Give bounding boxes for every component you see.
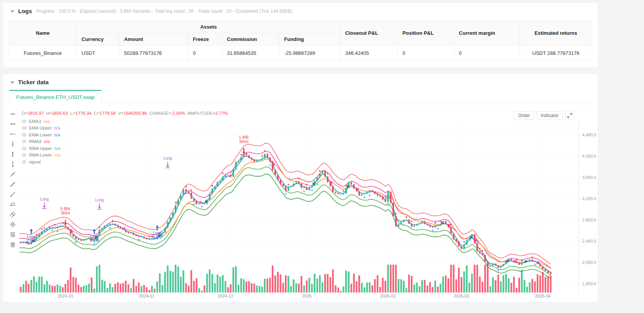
col-freeze: Freeze: [188, 33, 222, 46]
svg-text:Long: Long: [95, 198, 104, 202]
tool-trend-ray-icon[interactable]: [9, 191, 16, 197]
svg-text:2,800.00: 2,800.00: [582, 218, 596, 222]
tool-fib-lines-icon[interactable]: [9, 231, 16, 238]
fullscreen-icon[interactable]: [565, 111, 574, 120]
svg-text:Long: Long: [164, 156, 172, 160]
tool-delete-icon[interactable]: [9, 242, 16, 248]
svg-text:2,400.00: 2,400.00: [582, 239, 596, 243]
tool-vertical-line-icon[interactable]: [9, 141, 16, 147]
col-position-pnl: Position P&L: [398, 21, 454, 46]
price-chart[interactable]: LongLongLong5.954Short1.496ShortLong2.60…: [19, 105, 596, 299]
svg-text:123: 123: [11, 202, 15, 205]
cell-amount: 50288.77873176: [119, 46, 188, 61]
svg-text:2024-11: 2024-11: [139, 294, 155, 298]
svg-text:4,000.00: 4,000.00: [582, 154, 596, 158]
chart-area[interactable]: LongLongLong5.954Short1.496ShortLong2.60…: [19, 105, 596, 299]
signal-markers-layer: [26, 149, 540, 272]
page: Logs Progress : 100.0 % - Elapsed (secon…: [0, 3, 644, 302]
order-button[interactable]: Order: [514, 111, 534, 120]
eye-icon[interactable]: [22, 153, 27, 157]
logs-panel: Logs Progress : 100.0 % - Elapsed (secon…: [3, 3, 598, 67]
cell-funding: -25.98667289: [279, 46, 341, 61]
eye-icon[interactable]: [22, 119, 27, 123]
logs-summary: Progress : 100.0 % - Elapsed (second) : …: [36, 9, 292, 14]
chart-section: 123 LongLongLong5.954Short1.496ShortLong…: [3, 104, 598, 299]
svg-text:2025-04: 2025-04: [535, 294, 550, 298]
col-name: Name: [9, 21, 77, 46]
tool-trend-segment-icon[interactable]: [9, 181, 16, 187]
drawing-toolbar: 123: [6, 105, 19, 299]
logs-header: Logs Progress : 100.0 % - Elapsed (secon…: [9, 8, 592, 14]
svg-text:3,200.00: 3,200.00: [582, 196, 596, 201]
eye-icon[interactable]: [22, 126, 27, 130]
cell-closeout-pnl: 346.42405: [341, 46, 398, 61]
col-current-margin: Current margin: [454, 21, 520, 46]
collapse-logs-icon[interactable]: [10, 9, 15, 14]
ticker-panel: Ticker data Futures_Binance.ETH_USDT.swa…: [3, 74, 598, 302]
col-currency: Currency: [77, 33, 119, 46]
tool-vertical-segment-icon[interactable]: [9, 151, 16, 157]
tab-futures-binance-eth-usdt-swap[interactable]: Futures_Binance.ETH_USDT.swap: [9, 90, 102, 104]
indicator-lines-layer: [19, 143, 551, 279]
eye-icon[interactable]: [22, 160, 27, 164]
axes-layer: 4,400.004,000.003,600.003,200.002,800.00…: [58, 121, 596, 298]
cell-freeze: 0: [188, 46, 222, 61]
ticker-header: Ticker data: [3, 79, 598, 85]
svg-text:2025: 2025: [302, 294, 311, 298]
svg-text:2,000.00: 2,000.00: [582, 260, 596, 265]
tool-price-note-icon[interactable]: 123: [9, 201, 16, 208]
chart-buttons: Order Indicator: [514, 111, 574, 120]
svg-text:3.252: 3.252: [152, 235, 162, 239]
svg-text:Short: Short: [61, 211, 70, 215]
logs-title: Logs: [18, 8, 32, 14]
svg-text:Long: Long: [40, 197, 49, 201]
cell-currency: USDT: [77, 46, 119, 61]
table-row: Futures_Binance USDT 50288.77873176 0 31…: [9, 46, 592, 61]
volume-layer: [19, 265, 552, 293]
indicator-button[interactable]: Indicator: [537, 111, 563, 120]
cell-estimated-returns: USDT 288.77873176: [520, 46, 592, 61]
cell-current-margin: 0: [454, 46, 520, 61]
ticker-tabs: Futures_Binance.ETH_USDT.swap: [9, 90, 591, 104]
tool-parallel-lines-icon[interactable]: [9, 211, 16, 218]
svg-text:2025-02: 2025-02: [380, 294, 396, 298]
tool-trend-line-icon[interactable]: [9, 171, 16, 177]
svg-text:1.496: 1.496: [239, 135, 249, 139]
eye-icon[interactable]: [22, 133, 27, 137]
cell-commission: 31.65864535: [222, 46, 279, 61]
tool-vertical-ray-icon[interactable]: [9, 161, 16, 167]
cell-position-pnl: 0: [398, 46, 454, 61]
col-assets-group: Assets: [77, 21, 341, 33]
ticker-title: Ticker data: [18, 79, 49, 85]
col-estimated-returns: Estimated returns: [520, 21, 592, 46]
col-funding: Funding: [279, 33, 341, 46]
accounts-table: Name Assets Closeout P&L Position P&L Cu…: [9, 20, 592, 61]
tool-horizontal-segment-icon[interactable]: [9, 121, 16, 127]
svg-text:5.954: 5.954: [61, 207, 70, 211]
svg-text:2025-03: 2025-03: [454, 294, 469, 298]
svg-text:2024-10: 2024-10: [58, 294, 73, 298]
cell-name: Futures_Binance: [9, 46, 77, 61]
eye-icon[interactable]: [22, 146, 27, 150]
svg-text:2024-12: 2024-12: [218, 294, 233, 298]
svg-text:3,600.00: 3,600.00: [582, 175, 596, 180]
col-closeout-pnl: Closeout P&L: [341, 21, 398, 46]
svg-text:4,400.00: 4,400.00: [582, 133, 596, 137]
svg-text:1,600.00: 1,600.00: [582, 281, 596, 286]
tool-horizontal-ray-icon[interactable]: [9, 131, 16, 137]
col-amount: Amount: [119, 33, 188, 46]
col-commission: Commission: [222, 33, 279, 46]
svg-text:Short: Short: [239, 139, 249, 144]
tool-parallel-channel-icon[interactable]: [9, 221, 16, 228]
svg-text:1.594: 1.594: [89, 238, 99, 243]
tool-horizontal-line-icon[interactable]: [9, 111, 16, 117]
collapse-ticker-icon[interactable]: [10, 80, 15, 85]
svg-text:2.606: 2.606: [26, 238, 36, 243]
eye-icon[interactable]: [22, 139, 27, 143]
tabbar-spacer: [102, 90, 591, 104]
